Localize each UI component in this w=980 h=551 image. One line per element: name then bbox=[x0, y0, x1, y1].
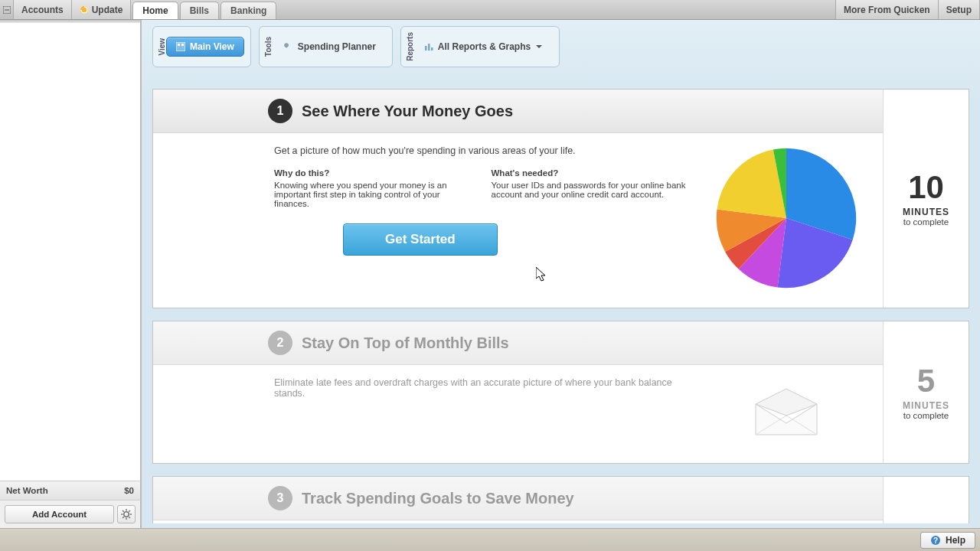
svg-line-9 bbox=[129, 517, 130, 518]
svg-text:?: ? bbox=[933, 536, 938, 545]
step-badge: 1 bbox=[268, 99, 292, 123]
spending-planner-button[interactable]: Spending Planner bbox=[273, 37, 386, 57]
update-button[interactable]: Update bbox=[72, 0, 132, 19]
svg-rect-16 bbox=[428, 44, 430, 51]
step-badge: 2 bbox=[268, 331, 292, 355]
tools-group: Tools Spending Planner bbox=[259, 26, 393, 67]
timer-sub: to complete bbox=[903, 217, 949, 227]
chevron-down-icon bbox=[535, 43, 543, 51]
step-intro: Get a picture of how much you're spendin… bbox=[274, 145, 687, 156]
svg-line-11 bbox=[122, 517, 124, 518]
home-overview-icon bbox=[176, 42, 185, 51]
bottombar: ? Help bbox=[0, 528, 980, 551]
step-title: See Where Your Money Goes bbox=[302, 103, 513, 120]
step-intro: Eliminate late fees and overdraft charge… bbox=[274, 377, 687, 399]
net-worth-label: Net Worth bbox=[6, 486, 48, 495]
topbar: Accounts Update Home Bills Banking More … bbox=[0, 0, 980, 20]
step-badge: 3 bbox=[268, 486, 292, 510]
step-timer: 5 MINUTES to complete bbox=[883, 477, 969, 523]
reports-dropdown-label: All Reports & Graphs bbox=[438, 41, 531, 52]
spending-planner-label: Spending Planner bbox=[298, 41, 376, 52]
update-label: Update bbox=[92, 5, 123, 15]
timer-minutes: 5 bbox=[917, 365, 935, 397]
reports-dropdown-button[interactable]: All Reports & Graphs bbox=[414, 37, 553, 57]
bar-chart-icon bbox=[424, 42, 433, 51]
tools-group-label: Tools bbox=[263, 35, 273, 58]
step-timer: 5 MINUTES to complete bbox=[883, 321, 969, 463]
tab-bills[interactable]: Bills bbox=[180, 2, 219, 19]
reports-group: Reports All Reports & Graphs bbox=[400, 26, 560, 67]
svg-rect-17 bbox=[431, 47, 433, 51]
timer-label: MINUTES bbox=[903, 400, 949, 411]
main-view-button[interactable]: Main View bbox=[166, 37, 244, 57]
svg-rect-14 bbox=[181, 44, 184, 46]
view-group: View Main View bbox=[152, 26, 251, 67]
net-worth-value: $0 bbox=[124, 486, 134, 495]
sidebar-settings-button[interactable] bbox=[117, 505, 136, 523]
accounts-button[interactable]: Accounts bbox=[14, 0, 72, 19]
what-heading: What's needed? bbox=[492, 168, 688, 178]
svg-line-8 bbox=[122, 510, 124, 512]
help-button[interactable]: ? Help bbox=[920, 532, 975, 549]
main-panel: View Main View Tools Spending Planner Re… bbox=[142, 20, 980, 528]
gear-icon bbox=[121, 509, 132, 520]
collapse-sidebar-button[interactable] bbox=[0, 0, 14, 19]
svg-line-10 bbox=[129, 510, 130, 512]
get-started-button[interactable]: Get Started bbox=[343, 223, 498, 256]
help-icon: ? bbox=[930, 535, 941, 546]
why-heading: Why do this? bbox=[274, 168, 470, 178]
wrench-icon bbox=[283, 41, 293, 52]
main-view-label: Main View bbox=[190, 41, 234, 52]
more-from-button[interactable]: More From Quicken bbox=[835, 0, 939, 19]
timer-minutes: 10 bbox=[908, 171, 944, 204]
view-group-label: View bbox=[156, 37, 166, 57]
svg-rect-12 bbox=[176, 42, 185, 51]
content-area: 1 See Where Your Money Goes Get a pictur… bbox=[152, 89, 969, 523]
why-body: Knowing where you spend your money is an… bbox=[274, 181, 470, 208]
what-body: Your user IDs and passwords for your onl… bbox=[492, 181, 688, 199]
svg-point-3 bbox=[124, 512, 129, 517]
main-tabs: Home Bills Banking bbox=[131, 0, 278, 19]
step-card-1: 1 See Where Your Money Goes Get a pictur… bbox=[152, 89, 969, 308]
tab-home[interactable]: Home bbox=[132, 2, 178, 19]
step-title: Stay On Top of Monthly Bills bbox=[302, 334, 509, 352]
envelope-illustration bbox=[702, 377, 871, 446]
add-account-button[interactable]: Add Account bbox=[5, 505, 114, 523]
step-timer: 10 MINUTES to complete bbox=[883, 90, 969, 308]
help-label: Help bbox=[946, 535, 965, 546]
sidebar: Net Worth $0 Add Account bbox=[0, 20, 142, 528]
toolbar: View Main View Tools Spending Planner Re… bbox=[142, 20, 980, 73]
svg-rect-13 bbox=[178, 44, 180, 46]
svg-rect-15 bbox=[425, 46, 427, 51]
pie-chart-illustration bbox=[702, 145, 871, 291]
setup-button[interactable]: Setup bbox=[939, 0, 980, 19]
tab-banking[interactable]: Banking bbox=[220, 2, 276, 19]
step-card-3: 3 Track Spending Goals to Save Money Cho… bbox=[152, 476, 969, 523]
timer-label: MINUTES bbox=[903, 207, 949, 217]
net-worth-row: Net Worth $0 bbox=[0, 481, 140, 500]
step-title: Track Spending Goals to Save Money bbox=[302, 490, 574, 507]
reports-group-label: Reports bbox=[404, 31, 414, 63]
step-card-2: 2 Stay On Top of Monthly Bills Eliminate… bbox=[152, 321, 969, 464]
timer-sub: to complete bbox=[903, 411, 949, 420]
